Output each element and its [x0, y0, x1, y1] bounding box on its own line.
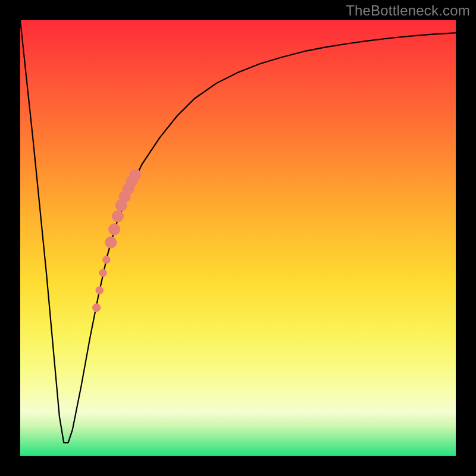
scatter-point: [130, 169, 141, 180]
scatter-point: [99, 269, 107, 277]
scatter-point: [112, 211, 123, 222]
scatter-markers: [92, 169, 140, 312]
scatter-point: [103, 256, 111, 264]
chart-svg: [20, 20, 456, 456]
bottleneck-curve: [20, 20, 456, 443]
scatter-point: [96, 287, 104, 295]
watermark-text: TheBottleneck.com: [346, 2, 470, 19]
plot-area: [20, 20, 456, 456]
chart-frame: TheBottleneck.com: [0, 0, 476, 476]
scatter-point: [92, 303, 100, 311]
scatter-point: [105, 237, 117, 248]
scatter-point: [109, 224, 120, 235]
